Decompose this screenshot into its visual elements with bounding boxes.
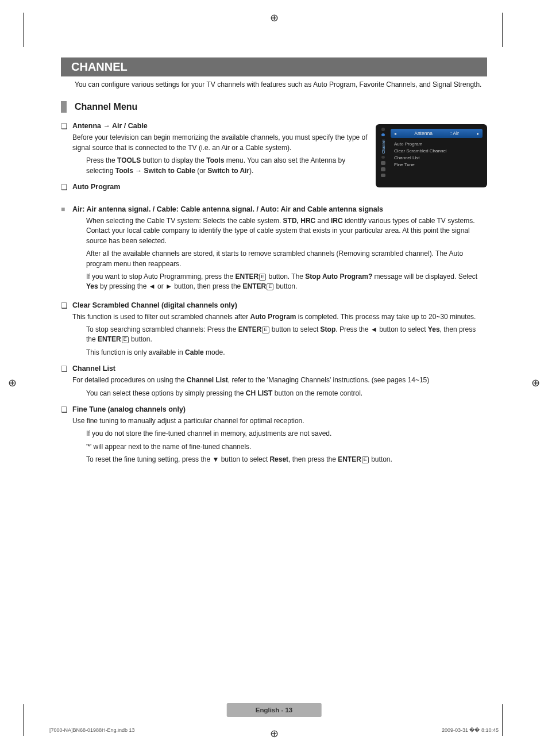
bullet-icon: ❏ <box>61 405 72 414</box>
subheading-signals: ■ Air: Air antenna signal. / Cable: Cabl… <box>61 205 487 213</box>
heading-fine-tune: Fine Tune (analog channels only) <box>72 405 186 414</box>
osd-side-dot <box>381 128 385 131</box>
osd-side-icon <box>381 167 385 171</box>
crop-mark <box>23 13 26 47</box>
osd-sel-value: : Air <box>450 131 459 136</box>
item-clear-scrambled: ❏ Clear Scrambled Channel (digital chann… <box>61 301 487 358</box>
note-icon <box>72 272 86 292</box>
crop-mark <box>502 704 505 736</box>
note-antenna-tools: Press the TOOLS button to display the To… <box>86 156 369 176</box>
osd-list-item: Fine Tune <box>391 161 483 168</box>
osd-side-icon <box>381 161 385 165</box>
body-channel-list: For detailed procedures on using the Cha… <box>61 375 487 385</box>
body-clear-scrambled: This function is used to filter out scra… <box>61 312 487 322</box>
heading-auto-program: Auto Program <box>72 183 120 191</box>
osd-panel: Channel ◂ Antenna : Air ▸ Auto Program <box>376 124 487 187</box>
note-ch-list: You can select these options by simply p… <box>86 389 362 398</box>
bullet-icon: ❏ <box>61 122 72 131</box>
osd-side-dot-active <box>381 133 385 136</box>
tool-icon <box>72 156 86 176</box>
heading-bar-icon <box>61 101 67 113</box>
osd-side-dot <box>381 156 385 159</box>
osd-sel-label: Antenna <box>414 131 433 136</box>
note-remove-scrambled: After all the available channels are sto… <box>86 249 487 269</box>
note-stop-scrambled: To stop searching scrambled channels: Pr… <box>86 325 487 345</box>
note-icon <box>72 442 86 452</box>
osd-right-arrow-icon: ▸ <box>477 131 479 136</box>
channel-menu-title: Channel Menu <box>75 102 137 112</box>
body-fine-tune: Use fine tuning to manually adjust a par… <box>61 416 487 426</box>
note-icon <box>72 216 86 246</box>
note-icon <box>72 348 86 358</box>
item-antenna: ❏ Antenna → Air / Cable Before your tele… <box>61 122 369 176</box>
osd-left-arrow-icon: ◂ <box>394 131 396 136</box>
note-icon <box>72 455 86 465</box>
osd-side-icon <box>381 174 385 178</box>
osd-side-label: Channel <box>381 140 385 153</box>
enter-icon: E <box>122 336 129 343</box>
note-icon <box>72 429 86 439</box>
remote-icon <box>72 389 86 398</box>
item-auto-program: ❏ Auto Program <box>61 183 369 191</box>
osd-list-item: Channel List <box>391 154 483 161</box>
footer-time: 2009-03-31 �� 8:10:45 <box>442 727 499 733</box>
item-fine-tune: ❏ Fine Tune (analog channels only) Use f… <box>61 405 487 465</box>
enter-icon: E <box>262 327 269 333</box>
crop-mark <box>502 13 505 47</box>
note-stop-auto: If you want to stop Auto Programming, pr… <box>86 272 487 292</box>
footer-doc: [7000-NA]BN68-01988H-Eng.indb 13 <box>49 727 135 733</box>
osd-list-item: Auto Program <box>391 140 483 147</box>
registration-mark-icon: ⊕ <box>531 377 540 389</box>
note-cable-only: This function is only available in Cable… <box>86 348 225 358</box>
note-icon <box>72 325 86 345</box>
osd-selected-row: ◂ Antenna : Air ▸ <box>391 129 483 138</box>
note-ft-memory: If you do not store the fine-tuned chann… <box>86 429 331 439</box>
square-bullet-icon: ■ <box>61 205 72 213</box>
osd-list: Auto Program Clear Scrambled Channel Cha… <box>391 140 483 168</box>
enter-icon: E <box>362 456 369 463</box>
page-number: English - 13 <box>227 703 322 717</box>
registration-mark-icon: ⊕ <box>8 377 17 389</box>
section-intro: You can configure various settings for y… <box>61 80 487 90</box>
page-content: CHANNEL You can configure various settin… <box>61 57 487 472</box>
enter-icon: E <box>267 283 273 290</box>
print-footer: [7000-NA]BN68-01988H-Eng.indb 13 2009-03… <box>49 727 499 733</box>
bullet-icon: ❏ <box>61 301 72 310</box>
heading-clear-scrambled: Clear Scrambled Channel (digital channel… <box>72 301 237 310</box>
body-antenna: Before your television can begin memoriz… <box>61 133 369 153</box>
bullet-icon: ❏ <box>61 183 72 191</box>
note-ft-reset: To reset the fine tuning setting, press … <box>86 455 392 465</box>
registration-mark-icon: ⊕ <box>270 11 279 24</box>
note-cable-system: When selecting the Cable TV system: Sele… <box>86 216 487 246</box>
enter-icon: E <box>259 274 266 281</box>
subheading-signals-text: Air: Air antenna signal. / Cable: Cable … <box>72 205 383 213</box>
note-icon <box>72 249 86 269</box>
channel-menu-header: Channel Menu <box>61 101 487 113</box>
item-channel-list: ❏ Channel List For detailed procedures o… <box>61 364 487 398</box>
osd-list-item: Clear Scrambled Channel <box>391 147 483 154</box>
heading-antenna: Antenna → Air / Cable <box>72 122 148 131</box>
note-ft-star: '*' will appear next to the name of fine… <box>86 442 251 452</box>
heading-channel-list: Channel List <box>72 364 115 373</box>
section-title: CHANNEL <box>61 57 487 76</box>
bullet-icon: ❏ <box>61 364 72 373</box>
crop-mark <box>23 704 26 736</box>
